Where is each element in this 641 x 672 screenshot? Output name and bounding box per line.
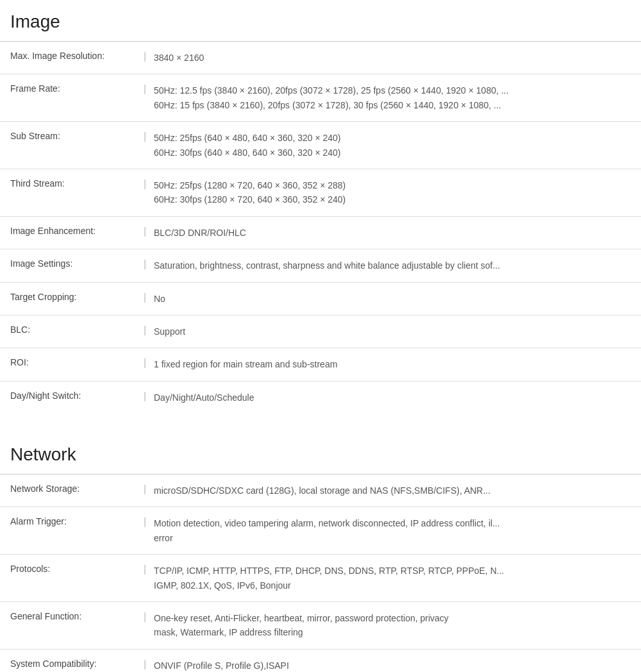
- network-spec-table: Network Storage: | microSD/SDHC/SDXC car…: [0, 475, 641, 672]
- spec-value: microSD/SDHC/SDXC card (128G), local sto…: [149, 475, 641, 507]
- table-row: Alarm Trigger: | Motion detection, video…: [0, 507, 641, 555]
- table-row: ROI: | 1 fixed region for main stream an…: [0, 348, 641, 381]
- spec-label: Third Stream:: [0, 169, 141, 216]
- spec-value: ONVIF (Profile S, Profile G),ISAPI: [149, 649, 641, 672]
- spec-value: 50Hz: 12.5 fps (3840 × 2160), 20fps (307…: [149, 74, 641, 122]
- network-section-title: Network: [0, 433, 641, 474]
- spec-value: 3840 × 2160: [149, 42, 641, 74]
- table-row: Third Stream: | 50Hz: 25fps (1280 × 720,…: [0, 169, 641, 216]
- table-row: Protocols: | TCP/IP, ICMP, HTTP, HTTPS, …: [0, 555, 641, 602]
- table-row: BLC: | Support: [0, 315, 641, 348]
- image-section: Image Max. Image Resolution: | 3840 × 21…: [0, 0, 641, 414]
- table-row: System Compatibility: | ONVIF (Profile S…: [0, 649, 641, 672]
- spec-value: 50Hz: 25fps (640 × 480, 640 × 360, 320 ×…: [149, 122, 641, 169]
- spec-value: Day/Night/Auto/Schedule: [149, 381, 641, 414]
- spec-value: No: [149, 282, 641, 315]
- table-row: Day/Night Switch: | Day/Night/Auto/Sched…: [0, 381, 641, 414]
- table-row: Image Settings: | Saturation, brightness…: [0, 249, 641, 282]
- table-row: Network Storage: | microSD/SDHC/SDXC car…: [0, 475, 641, 507]
- spec-divider: |: [141, 122, 149, 169]
- spec-label: Sub Stream:: [0, 122, 141, 169]
- network-section: Network Network Storage: | microSD/SDHC/…: [0, 433, 641, 672]
- spec-divider: |: [141, 169, 149, 216]
- spec-value: Support: [149, 315, 641, 348]
- spec-value: TCP/IP, ICMP, HTTP, HTTPS, FTP, DHCP, DN…: [149, 555, 641, 602]
- spec-divider: |: [141, 507, 149, 555]
- table-row: Target Cropping: | No: [0, 282, 641, 315]
- spec-divider: |: [141, 348, 149, 381]
- spec-divider: |: [141, 555, 149, 602]
- spec-divider: |: [141, 42, 149, 74]
- spec-label: Protocols:: [0, 555, 141, 602]
- spec-divider: |: [141, 74, 149, 122]
- spec-label: Alarm Trigger:: [0, 507, 141, 555]
- spec-value: One-key reset, Anti-Flicker, heartbeat, …: [149, 602, 641, 650]
- spec-label: ROI:: [0, 348, 141, 381]
- spec-value: Saturation, brightness, contrast, sharpn…: [149, 249, 641, 282]
- spec-divider: |: [141, 602, 149, 650]
- spec-value: BLC/3D DNR/ROI/HLC: [149, 216, 641, 249]
- spec-divider: |: [141, 282, 149, 315]
- spec-value: 1 fixed region for main stream and sub-s…: [149, 348, 641, 381]
- image-spec-table: Max. Image Resolution: | 3840 × 2160 Fra…: [0, 42, 641, 414]
- table-row: Sub Stream: | 50Hz: 25fps (640 × 480, 64…: [0, 122, 641, 169]
- spec-divider: |: [141, 381, 149, 414]
- spec-label: Image Enhancement:: [0, 216, 141, 249]
- spec-label: Frame Rate:: [0, 74, 141, 122]
- spec-divider: |: [141, 315, 149, 348]
- spec-label: General Function:: [0, 602, 141, 650]
- table-row: General Function: | One-key reset, Anti-…: [0, 602, 641, 650]
- spec-label: Max. Image Resolution:: [0, 42, 141, 74]
- spec-label: Image Settings:: [0, 249, 141, 282]
- spec-label: BLC:: [0, 315, 141, 348]
- spec-value: Motion detection, video tampering alarm,…: [149, 507, 641, 555]
- spec-label: Day/Night Switch:: [0, 381, 141, 414]
- table-row: Frame Rate: | 50Hz: 12.5 fps (3840 × 216…: [0, 74, 641, 122]
- table-row: Max. Image Resolution: | 3840 × 2160: [0, 42, 641, 74]
- spec-label: Target Cropping:: [0, 282, 141, 315]
- image-section-title: Image: [0, 0, 641, 41]
- table-row: Image Enhancement: | BLC/3D DNR/ROI/HLC: [0, 216, 641, 249]
- spec-divider: |: [141, 249, 149, 282]
- spec-label: System Compatibility:: [0, 649, 141, 672]
- spec-value: 50Hz: 25fps (1280 × 720, 640 × 360, 352 …: [149, 169, 641, 216]
- spec-divider: |: [141, 475, 149, 507]
- spec-divider: |: [141, 649, 149, 672]
- spec-label: Network Storage:: [0, 475, 141, 507]
- spec-divider: |: [141, 216, 149, 249]
